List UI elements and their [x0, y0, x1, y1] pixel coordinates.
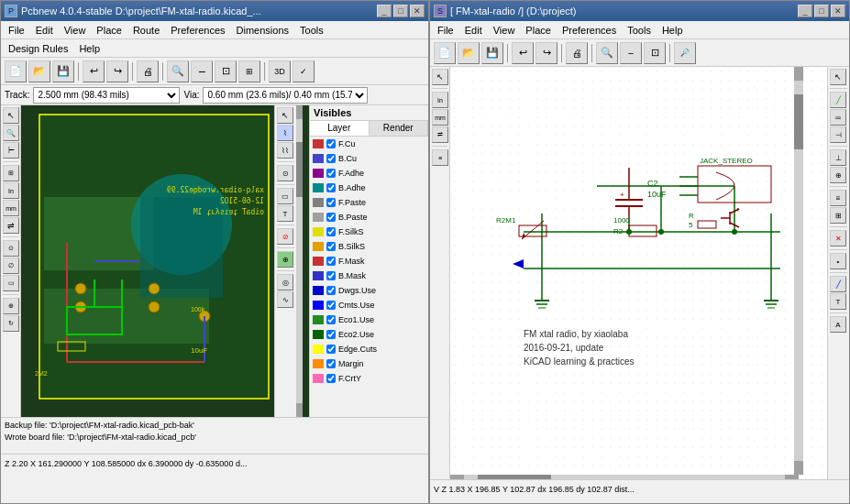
sch-menu-view[interactable]: View: [488, 23, 521, 38]
sch-new-btn[interactable]: 📄: [434, 42, 456, 64]
layer-checkbox[interactable]: [326, 257, 336, 266]
pcb-menu-tools[interactable]: Tools: [294, 23, 329, 38]
layer-checkbox[interactable]: [326, 242, 336, 251]
sch-add-line-tool[interactable]: ╱: [830, 276, 846, 292]
sch-wire-to-bus-tool[interactable]: ⊣: [830, 126, 846, 143]
pcb-minimize-btn[interactable]: _: [377, 5, 392, 17]
pcb-menu-design-rules[interactable]: Design Rules: [3, 41, 73, 56]
sch-menu-help[interactable]: Help: [657, 23, 689, 38]
pcb-new-btn[interactable]: 📄: [5, 60, 27, 82]
layer-item[interactable]: F.Cu: [310, 137, 428, 151]
sch-add-label-tool[interactable]: ≡: [830, 190, 846, 206]
sch-add-text-tool[interactable]: T: [830, 293, 846, 310]
sch-add-bus-tool[interactable]: ═: [830, 109, 846, 126]
canvas-cursor-tool[interactable]: ↖: [277, 107, 293, 124]
canvas-microwave-tool[interactable]: ∿: [277, 291, 293, 308]
layer-checkbox[interactable]: [326, 213, 336, 222]
pcb-menu-dimensions[interactable]: Dimensions: [231, 23, 294, 38]
sch-zoom-fit-btn[interactable]: ⊡: [644, 42, 666, 64]
layer-checkbox[interactable]: [326, 154, 336, 163]
layer-item[interactable]: Eco2.Use: [310, 327, 428, 342]
pcb-menu-file[interactable]: File: [3, 23, 30, 38]
layer-checkbox[interactable]: [326, 359, 336, 368]
pcb-close-btn[interactable]: ✕: [410, 5, 425, 17]
layer-checkbox[interactable]: [326, 374, 336, 383]
layer-checkbox[interactable]: [326, 271, 336, 280]
sch-zoom-magnifier-btn[interactable]: 🔎: [674, 42, 696, 64]
sch-menu-place[interactable]: Place: [520, 23, 557, 38]
layer-item[interactable]: Edge.Cuts: [310, 342, 428, 356]
sch-open-btn[interactable]: 📂: [458, 42, 480, 64]
sch-add-comp-tool[interactable]: ⊕: [830, 167, 846, 183]
sch-add-image-tool[interactable]: A: [830, 316, 846, 333]
sch-redo-btn[interactable]: ↪: [535, 42, 557, 64]
canvas-add-via-tool[interactable]: ⊙: [277, 165, 293, 181]
visibles-layer-tab[interactable]: Layer: [310, 121, 370, 136]
via-select[interactable]: 0.60 mm (23.6 mils)/ 0.40 mm (15.7 mils: [203, 87, 368, 104]
sch-undo-btn[interactable]: ↩: [512, 42, 534, 64]
layer-item[interactable]: B.SilkS: [310, 239, 428, 254]
layer-checkbox[interactable]: [326, 227, 336, 236]
pcb-cursor-tool[interactable]: ↖: [3, 107, 19, 124]
pcb-3d-btn[interactable]: 3D: [269, 60, 291, 82]
pcb-menu-view[interactable]: View: [59, 23, 92, 38]
sch-in-btn[interactable]: In: [432, 92, 448, 108]
canvas-drc-tool[interactable]: ⊘: [277, 228, 293, 245]
layer-item[interactable]: F.Paste: [310, 195, 428, 210]
sch-menu-preferences[interactable]: Preferences: [557, 23, 622, 38]
sch-add-global-label-tool[interactable]: ⊞: [830, 207, 846, 224]
sch-menu-edit[interactable]: Edit: [459, 23, 488, 38]
layer-checkbox[interactable]: [326, 330, 336, 339]
layer-item[interactable]: F.SilkS: [310, 225, 428, 239]
pcb-zoom-fit-btn[interactable]: ⊡: [215, 60, 237, 82]
layer-checkbox[interactable]: [326, 345, 336, 354]
pcb-mm-btn[interactable]: mm: [3, 200, 19, 216]
canvas-move-exact-tool[interactable]: ⊕: [277, 251, 293, 268]
pcb-print-btn[interactable]: 🖨: [137, 60, 159, 82]
sch-zoom-in-btn[interactable]: 🔍: [596, 42, 618, 64]
pcb-measure-tool[interactable]: ⊢: [3, 142, 19, 159]
pcb-add-fp-tool[interactable]: ⊕: [3, 298, 19, 314]
sch-add-wire-tool[interactable]: ╱: [830, 92, 846, 108]
pcb-redo-btn[interactable]: ↪: [106, 60, 128, 82]
pcb-grid-btn[interactable]: ⊞: [3, 165, 19, 181]
pcb-menu-preferences[interactable]: Preferences: [165, 23, 230, 38]
sch-minimize-btn[interactable]: _: [798, 5, 812, 17]
pcb-arrow-btn[interactable]: ⇌: [3, 217, 19, 234]
layer-item[interactable]: B.Paste: [310, 210, 428, 225]
canvas-zone-tool[interactable]: ▭: [277, 188, 293, 204]
pcb-inspect-tool[interactable]: 🔍: [3, 125, 19, 141]
pcb-via-tool[interactable]: ⊙: [3, 240, 19, 257]
layer-item[interactable]: Cmts.Use: [310, 298, 428, 312]
layer-item[interactable]: B.Cu: [310, 151, 428, 166]
layer-checkbox[interactable]: [326, 315, 336, 324]
sch-add-junction-tool[interactable]: •: [830, 253, 846, 269]
layer-item[interactable]: B.Adhe: [310, 181, 428, 195]
pcb-drc-btn[interactable]: ✓: [293, 60, 315, 82]
sch-print-btn[interactable]: 🖨: [566, 42, 588, 64]
pcb-undo-btn[interactable]: ↩: [83, 60, 105, 82]
layer-checkbox[interactable]: [326, 139, 336, 148]
pcb-open-btn[interactable]: 📂: [28, 60, 50, 82]
sch-canvas[interactable]: + C2 10uF JACK_STEREO R2M1: [450, 67, 827, 479]
layer-checkbox[interactable]: [326, 183, 336, 192]
sch-mm-btn[interactable]: mm: [432, 109, 448, 126]
canvas-diff-pair-tool[interactable]: ⌇⌇: [277, 142, 293, 159]
pcb-menu-place[interactable]: Place: [91, 23, 127, 38]
layer-item[interactable]: F.CrtY: [310, 371, 428, 386]
layer-checkbox[interactable]: [326, 301, 336, 310]
pcb-zoom-area-btn[interactable]: ⊞: [238, 60, 260, 82]
sch-netlist-btn[interactable]: ≡: [432, 149, 448, 166]
sch-power-tool[interactable]: ⊥: [830, 149, 846, 166]
canvas-text-tool[interactable]: T: [277, 205, 293, 222]
pcb-zoom-out-btn[interactable]: −: [191, 60, 213, 82]
pcb-zoom-in-btn[interactable]: 🔍: [167, 60, 189, 82]
sch-save-btn[interactable]: 💾: [481, 42, 503, 64]
sch-cursor-tool[interactable]: ↖: [432, 69, 448, 85]
visibles-render-tab[interactable]: Render: [370, 121, 429, 136]
layer-checkbox[interactable]: [326, 169, 336, 178]
layer-item[interactable]: B.Mask: [310, 268, 428, 283]
layer-item[interactable]: F.Mask: [310, 254, 428, 268]
track-select[interactable]: 2.500 mm (98.43 mils): [33, 87, 180, 104]
sch-menu-tools[interactable]: Tools: [622, 23, 657, 38]
